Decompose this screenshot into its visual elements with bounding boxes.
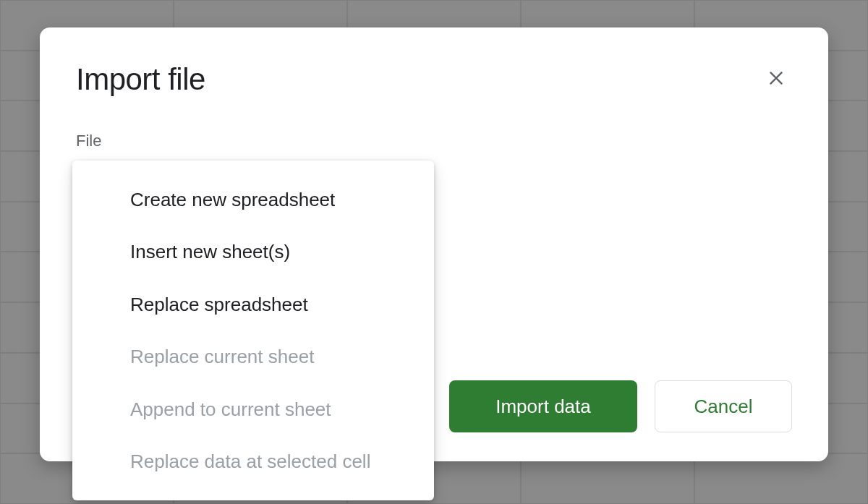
import-location-dropdown: Create new spreadsheet Insert new sheet(…	[72, 161, 434, 500]
dropdown-item-create-new-spreadsheet[interactable]: Create new spreadsheet	[72, 174, 434, 226]
dropdown-item-append-to-current-sheet: Append to current sheet	[72, 383, 434, 435]
dropdown-item-replace-data-at-selected-cell: Replace data at selected cell	[72, 435, 434, 487]
dropdown-item-replace-spreadsheet[interactable]: Replace spreadsheet	[72, 278, 434, 330]
dialog-actions: Import data Cancel	[449, 380, 792, 432]
import-data-button[interactable]: Import data	[449, 380, 637, 432]
close-button[interactable]	[760, 62, 792, 94]
close-icon	[767, 69, 786, 87]
dropdown-item-insert-new-sheets[interactable]: Insert new sheet(s)	[72, 226, 434, 278]
file-section-label: File	[76, 132, 792, 150]
dropdown-item-replace-current-sheet: Replace current sheet	[72, 330, 434, 383]
cancel-button[interactable]: Cancel	[655, 380, 792, 432]
dialog-title: Import file	[76, 62, 205, 97]
